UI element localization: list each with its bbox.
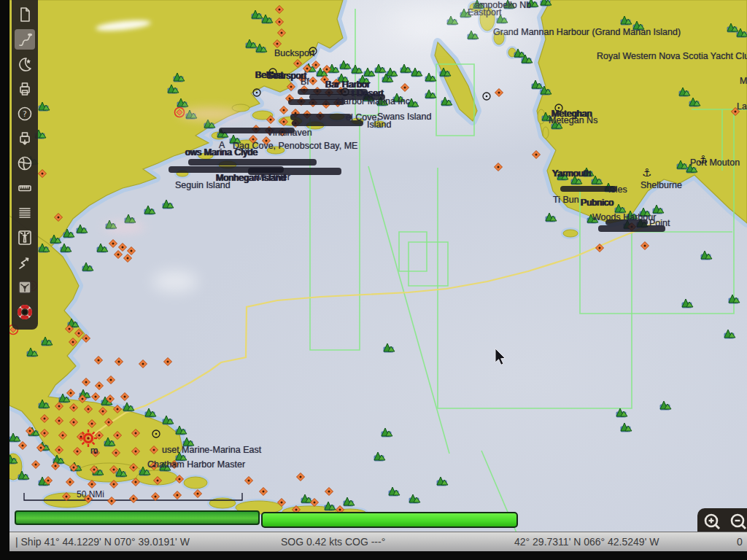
place-label: Royal Western Nova Scotia Yacht Club bbox=[597, 51, 747, 61]
plugin-box-icon bbox=[16, 279, 34, 296]
night-mode-icon bbox=[16, 55, 34, 73]
cursor-position-readout: 42° 29.7311' N 066° 42.5249' W bbox=[514, 536, 659, 548]
scale-label: 50 NMi bbox=[77, 489, 104, 499]
ruler-icon bbox=[16, 179, 34, 197]
measure-button[interactable] bbox=[15, 178, 35, 198]
anchor-symbol[interactable]: ⚓ bbox=[698, 153, 708, 166]
print-track-icon bbox=[16, 130, 34, 147]
lights-overlay-button[interactable] bbox=[15, 228, 35, 248]
printer-icon bbox=[16, 80, 34, 98]
chart-scale-button[interactable] bbox=[15, 203, 35, 223]
lighthouse-icon bbox=[16, 229, 34, 246]
globe-icon bbox=[16, 155, 34, 172]
place-label: La bbox=[737, 101, 747, 112]
place-label: Bucksport bbox=[274, 48, 315, 58]
zoom-out-icon bbox=[728, 512, 747, 534]
svg-text:?: ? bbox=[23, 109, 27, 119]
toolbar: ? bbox=[12, 0, 38, 330]
print-track-button[interactable] bbox=[15, 128, 35, 149]
place-label: Yarmouth bbox=[552, 168, 591, 179]
chart-canvas[interactable]: ampobello NbEastportGrand Mannan Harbour… bbox=[9, 0, 747, 532]
zoom-in-icon bbox=[702, 512, 724, 534]
place-label: Harbor Marina Inc bbox=[337, 96, 410, 106]
chart-bar-segment-2[interactable] bbox=[261, 512, 518, 528]
place-label: Pubnico bbox=[581, 198, 614, 208]
place-label: Chatham Harbor Master bbox=[147, 459, 245, 470]
place-label: M bbox=[740, 76, 747, 86]
place-label: m bbox=[90, 446, 98, 456]
anchor-symbol[interactable]: ⚓ bbox=[642, 166, 651, 179]
mob-icon bbox=[16, 303, 34, 321]
man-overboard-button[interactable] bbox=[15, 302, 35, 322]
help-icon: ? bbox=[16, 105, 34, 122]
place-label: Vinalhaven bbox=[267, 128, 312, 138]
create-route-button[interactable] bbox=[15, 29, 35, 50]
place-label: Grand Mannan Harbour (Grand Manan Island… bbox=[493, 27, 681, 37]
place-label: Metegan Ns bbox=[549, 115, 597, 125]
plugin-button[interactable] bbox=[15, 277, 35, 298]
place-label: Island bbox=[367, 120, 391, 130]
place-label: Bf bbox=[301, 77, 309, 87]
place-label: Point bbox=[649, 218, 670, 228]
ship-position-readout: | Ship 41° 44.1229' N 070° 39.0191' W bbox=[15, 536, 190, 548]
place-label: Isles bbox=[608, 184, 627, 195]
chart-file-icon bbox=[16, 6, 34, 23]
track-icon bbox=[16, 254, 34, 271]
place-label: Seguin Island bbox=[175, 180, 231, 190]
place-label: uset Marine-Marina East bbox=[162, 445, 261, 455]
track-button[interactable] bbox=[15, 252, 35, 273]
place-label: Eastport bbox=[468, 7, 502, 18]
place-label: Ti Bun bbox=[553, 195, 579, 205]
place-label: Shelburne bbox=[640, 180, 682, 190]
overlapping-labels-blob bbox=[290, 114, 352, 120]
place-label: Woods Harbour bbox=[592, 212, 656, 222]
help-button[interactable]: ? bbox=[15, 104, 35, 124]
print-chart-button[interactable] bbox=[15, 79, 35, 99]
screen: ampobello NbEastportGrand Mannan Harbour… bbox=[0, 0, 747, 560]
route-create-icon bbox=[16, 31, 34, 48]
overlapping-labels-blob bbox=[188, 159, 317, 166]
world-view-button[interactable] bbox=[15, 153, 35, 174]
status-bar: | Ship 41° 44.1229' N 070° 39.0191' W SO… bbox=[9, 532, 747, 551]
route-manager-button[interactable] bbox=[15, 4, 35, 25]
color-scheme-button[interactable] bbox=[15, 54, 35, 74]
sog-cog-readout: SOG 0.42 kts COG ---° bbox=[281, 536, 385, 548]
chart-labels: ampobello NbEastportGrand Mannan Harbour… bbox=[9, 0, 747, 532]
place-label: ows Marina Clyde bbox=[185, 147, 258, 158]
chart-bar-segment-1[interactable] bbox=[15, 510, 260, 525]
status-right-fragment: 0 bbox=[737, 536, 743, 548]
scale-lines-icon bbox=[16, 204, 34, 222]
